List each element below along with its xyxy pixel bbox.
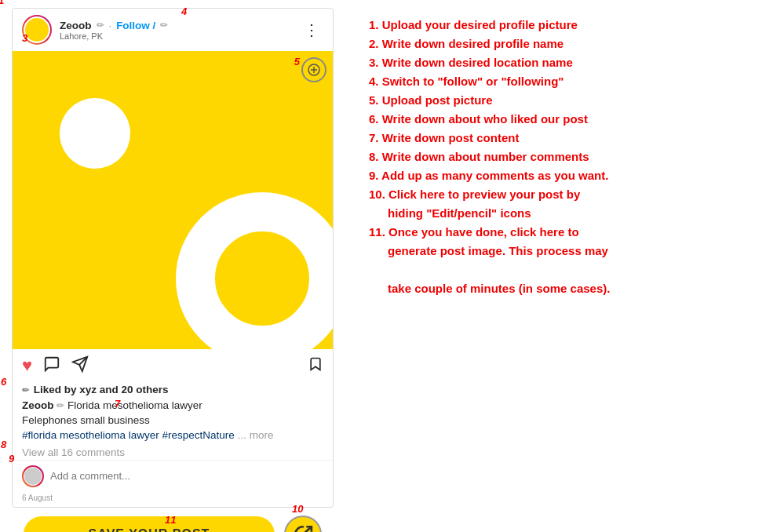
location-label: Lahore, PK: [60, 31, 293, 41]
image-circle: [60, 98, 130, 169]
bookmark-icon: [308, 356, 323, 372]
instruction-2: 2. Write down desired profile name: [369, 35, 742, 53]
header-info: Zeoob ✏ · Follow / ✏ 4 Lahore, PK: [60, 20, 293, 41]
badge-5: 5: [294, 56, 300, 67]
upload-post-image-button[interactable]: [301, 57, 326, 82]
view-comments-button[interactable]: 8 View all 16 comments: [13, 445, 333, 460]
post-header: 1 3 Zeoob ✏ · Follow / ✏ 4 Lahore,: [13, 9, 333, 51]
badge-1: 1: [0, 0, 4, 6]
caption-edit-icon[interactable]: ✏: [57, 400, 64, 411]
badge-4: 4: [181, 5, 187, 17]
likes-text: Liked by xyz and 20 others: [34, 384, 169, 395]
username-edit-icon[interactable]: ✏: [97, 20, 104, 31]
badge-7: 7: [115, 397, 120, 411]
caption-more-link[interactable]: ... more: [238, 429, 274, 441]
comment-avatar-image: [24, 467, 42, 486]
badge-10: 10: [292, 503, 303, 515]
instruction-3: 3. Write down desired location name: [369, 53, 742, 72]
more-options-button[interactable]: ⋮: [301, 22, 323, 38]
instruction-11: 11. Once you have done, click here togen…: [369, 223, 742, 298]
follow-edit-icon[interactable]: ✏: [160, 20, 168, 31]
caption-username: Zeoob: [22, 399, 54, 411]
right-panel: 1. Upload your desired profile picture 2…: [345, 0, 766, 314]
comment-button[interactable]: [43, 355, 60, 376]
comment-icon: [43, 355, 60, 373]
instruction-7: 7. Write down post content: [369, 129, 742, 148]
comment-input[interactable]: [50, 470, 323, 482]
image-arc: [176, 192, 333, 349]
follow-button[interactable]: Follow /: [116, 20, 155, 31]
post-actions: ♥: [13, 349, 333, 382]
dot-separator: ·: [109, 20, 112, 31]
left-panel: 1 3 Zeoob ✏ · Follow / ✏ 4 Lahore,: [0, 0, 345, 532]
post-image[interactable]: 5: [13, 51, 333, 349]
instruction-5: 5. Upload post picture: [369, 91, 742, 110]
badge-9: 9: [9, 453, 14, 465]
bookmark-button[interactable]: [308, 356, 323, 376]
comment-avatar: [22, 465, 44, 487]
instruction-9: 9. Add up as many comments as you want.: [369, 166, 742, 185]
badge-6: 6: [1, 376, 6, 388]
username-label: Zeoob: [60, 20, 92, 31]
like-button[interactable]: ♥: [22, 357, 32, 374]
instructions-list: 1. Upload your desired profile picture 2…: [369, 16, 742, 298]
generate-button[interactable]: 10: [284, 516, 322, 532]
upload-icon: [308, 64, 320, 76]
share-icon: [71, 355, 89, 373]
caption-line1: Florida mesothelioma lawyer: [67, 399, 202, 411]
generate-icon: [293, 524, 313, 532]
post-date: 6 August: [13, 492, 333, 507]
view-comments-label: View all 16 comments: [22, 446, 125, 458]
instruction-6: 6. Write down about who liked our post: [369, 110, 742, 129]
post-card: 1 3 Zeoob ✏ · Follow / ✏ 4 Lahore,: [12, 8, 334, 508]
badge-11: 11: [165, 514, 176, 526]
save-post-button[interactable]: SAVE YOUR POST: [24, 516, 275, 532]
likes-section: 6 ✏ Liked by xyz and 20 others: [13, 382, 333, 397]
add-comment-row: 9: [13, 460, 333, 492]
caption-hashtags: #florida mesothelioma lawyer #respectNat…: [22, 429, 235, 441]
bottom-bar: SAVE YOUR POST 11 10: [12, 508, 334, 532]
caption-section: Zeoob ✏ Florida mesothelioma lawyer 7 Fe…: [13, 397, 333, 445]
instruction-1: 1. Upload your desired profile picture: [369, 16, 742, 35]
caption-line2: Felephones small business: [22, 414, 150, 426]
badge-8: 8: [1, 439, 6, 450]
badge-3: 3: [22, 32, 27, 44]
post-image-wrapper: 5: [13, 51, 333, 349]
avatar-wrapper[interactable]: 3: [22, 15, 52, 45]
username-row: Zeoob ✏ · Follow / ✏ 4: [60, 20, 293, 31]
likes-edit-icon[interactable]: ✏: [22, 385, 29, 395]
instruction-10: 10. Click here to preview your post byhi…: [369, 185, 742, 223]
instruction-4: 4. Switch to "follow" or "following": [369, 72, 742, 91]
instruction-8: 8. Write down about number comments: [369, 148, 742, 166]
share-button[interactable]: [71, 355, 89, 376]
